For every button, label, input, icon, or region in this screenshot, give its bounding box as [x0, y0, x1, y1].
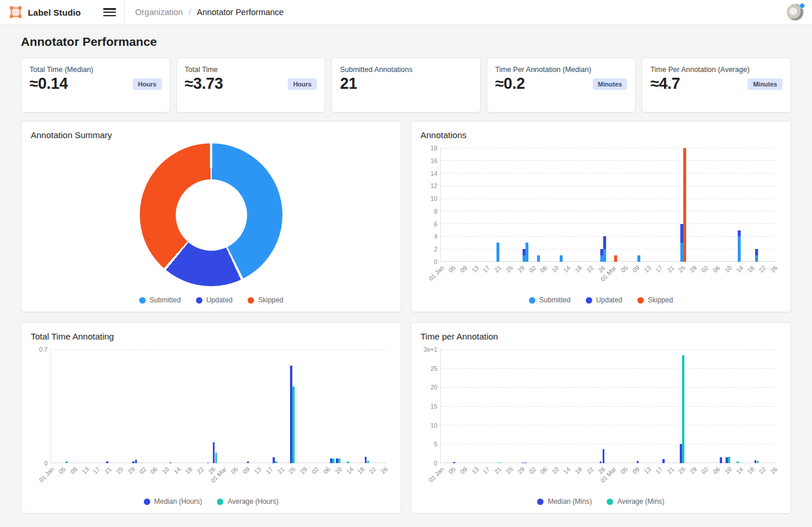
bar-27-feb-updated[interactable] — [603, 236, 606, 249]
y-axis-tick-label: 16 — [420, 157, 437, 164]
chart-title: Total Time Annotating — [21, 323, 401, 341]
gridline-y-0.7 — [51, 349, 387, 350]
y-axis-tick-label: 0 — [30, 460, 48, 467]
legend-item-submitted[interactable]: Submitted — [139, 296, 181, 304]
label-studio-logo[interactable]: Label Studio — [9, 6, 81, 19]
y-axis-tick-label: 18 — [420, 145, 437, 151]
bar-11-mar-submitted[interactable] — [637, 255, 640, 262]
chart-area: 024681012141618 01 Jan050913172125290206… — [411, 140, 791, 292]
bar-10-apr-average[interactable] — [728, 457, 730, 463]
bar-27-feb-median[interactable] — [213, 442, 215, 463]
legend-label: Updated — [206, 296, 233, 304]
bar-26-mar-average[interactable] — [682, 355, 684, 463]
bar-08-apr-median[interactable] — [720, 457, 722, 463]
legend-dot-icon — [139, 297, 146, 304]
gridline-y-6 — [441, 223, 777, 224]
legend-item-skipped[interactable]: Skipped — [248, 296, 283, 304]
bar-12-feb-submitted[interactable] — [560, 255, 563, 262]
avatar-status-dot — [799, 3, 805, 9]
annotation-summary-card: Annotation Summary SubmittedUpdatedSkipp… — [21, 121, 401, 312]
stat-card-total-time-median: Total Time (Median) ≈0.14 Hours — [21, 57, 171, 113]
time-per-annotation-card: Time per Annotation 05101520253e+1 01 Ja… — [411, 322, 791, 514]
page-title: Annotator Performance — [21, 35, 791, 49]
hamburger-menu-icon[interactable] — [103, 8, 116, 17]
legend-label: Average (Hours) — [227, 497, 278, 506]
stat-label: Time Per Annotation (Average) — [650, 66, 782, 74]
breadcrumb-current-page: Annotator Performance — [197, 8, 284, 17]
bar-08-apr-average[interactable] — [332, 459, 335, 463]
bar-27-feb-median[interactable] — [603, 449, 605, 463]
time-per-annotation-plot: 05101520253e+1 — [440, 349, 777, 463]
stat-card-submitted-annotations: Submitted Annotations 21 — [331, 57, 481, 113]
stat-value: 21 — [340, 75, 357, 93]
legend-item-updated[interactable]: Updated — [586, 296, 622, 304]
y-axis-tick-label: 14 — [420, 170, 437, 177]
bar-21-apr-updated[interactable] — [755, 249, 758, 255]
bar-15-apr-submitted[interactable] — [738, 236, 741, 262]
legend-item-updated[interactable]: Updated — [196, 296, 233, 304]
chart-title: Annotation Summary — [21, 121, 401, 140]
y-axis-tick-label: 0.7 — [30, 346, 48, 353]
stat-value: ≈0.2 — [495, 75, 525, 93]
chart-area: 00.7 01 Jan05091317212529020610141822260… — [21, 341, 401, 493]
bar-21-apr-median[interactable] — [365, 457, 367, 463]
y-axis-tick-label: 25 — [420, 365, 437, 372]
stat-label: Total Time — [185, 66, 317, 74]
bar-27-feb-average[interactable] — [215, 453, 217, 463]
legend-item-submitted[interactable]: Submitted — [529, 296, 571, 304]
y-axis-tick-label: 8 — [420, 208, 437, 215]
legend-dot-icon — [586, 297, 592, 304]
legend-label: Skipped — [258, 296, 283, 304]
total-time-annotating-card: Total Time Annotating 00.7 01 Jan0509131… — [21, 322, 401, 514]
bar-15-apr-updated[interactable] — [738, 230, 741, 237]
legend-item-median-mins-[interactable]: Median (Mins) — [537, 497, 592, 506]
charts-grid: Annotation Summary SubmittedUpdatedSkipp… — [21, 121, 791, 514]
bar-10-apr-average[interactable] — [338, 459, 340, 463]
legend-item-average-mins-[interactable]: Average (Mins) — [607, 497, 664, 506]
legend-item-skipped[interactable]: Skipped — [637, 296, 673, 304]
bar-10-apr-median[interactable] — [726, 457, 728, 463]
y-axis-tick-label: 5 — [420, 441, 437, 447]
y-axis-tick-label: 15 — [420, 403, 437, 410]
annotation-summary-donut[interactable] — [140, 143, 282, 286]
bar-27-feb-submitted[interactable] — [603, 249, 606, 262]
legend-item-average-hours-[interactable]: Average (Hours) — [217, 497, 278, 506]
bar-27-mar-skipped[interactable] — [683, 148, 686, 262]
stat-value: ≈3.73 — [185, 75, 223, 93]
stat-label: Total Time (Median) — [30, 66, 162, 74]
brand-name: Label Studio — [28, 8, 81, 17]
unit-badge: Minutes — [593, 78, 628, 90]
gridline-y-4 — [441, 236, 777, 237]
bar-04-feb-submitted[interactable] — [537, 255, 540, 262]
y-axis-tick-label: 10 — [420, 195, 437, 202]
legend-label: Submitted — [150, 296, 181, 304]
breadcrumb: Organization / Annotator Performance — [125, 8, 284, 17]
bar-26-mar-average[interactable] — [292, 387, 295, 463]
bar-31-jan-submitted[interactable] — [525, 243, 528, 262]
gridline-y-16 — [441, 160, 777, 161]
x-axis-labels: 01 Jan050913172125290206101418222601 Mar… — [440, 463, 777, 493]
stat-cards-row: Total Time (Median) ≈0.14 Hours Total Ti… — [21, 57, 791, 113]
breadcrumb-organization[interactable]: Organization — [135, 8, 183, 17]
bar-08-apr-median[interactable] — [330, 459, 332, 463]
user-avatar[interactable] — [786, 3, 804, 21]
gridline-y-25 — [441, 368, 777, 369]
bar-21-jan-submitted[interactable] — [496, 243, 499, 262]
legend-dot-icon — [529, 297, 535, 304]
y-axis-tick-label: 12 — [420, 182, 437, 189]
x-axis-labels: 01 Jan050913172125290206101418222601 Mar… — [440, 262, 777, 292]
stat-value: ≈4.7 — [650, 75, 680, 93]
x-axis-labels: 01 Jan050913172125290206101418222601 Mar… — [50, 463, 387, 493]
bar-20-mar-median[interactable] — [273, 457, 275, 463]
legend-dot-icon — [144, 499, 150, 505]
bar-26-mar-median[interactable] — [680, 444, 682, 463]
bar-10-apr-median[interactable] — [336, 459, 338, 463]
brand-area: Label Studio — [0, 0, 125, 24]
chart-legend: SubmittedUpdatedSkipped — [21, 296, 401, 304]
bar-03-mar-skipped[interactable] — [614, 255, 617, 262]
legend-dot-icon — [637, 297, 644, 304]
legend-dot-icon — [196, 297, 202, 304]
bar-21-apr-submitted[interactable] — [755, 255, 758, 262]
bar-26-mar-median[interactable] — [290, 366, 292, 463]
main-content: Annotator Performance Total Time (Median… — [0, 25, 812, 514]
